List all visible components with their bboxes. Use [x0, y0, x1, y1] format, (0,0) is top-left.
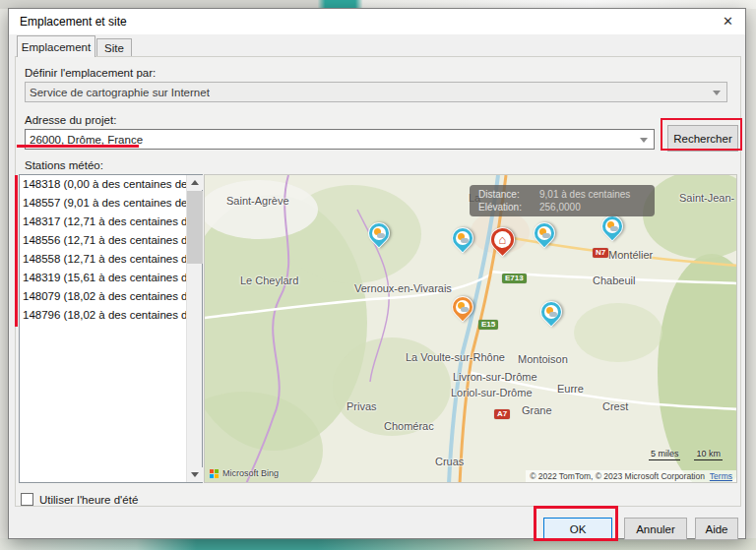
list-item[interactable]: 148079 (18,02 à des centaines de kil: [20, 287, 186, 306]
tab-site-label: Site: [104, 42, 124, 54]
location-method-select[interactable]: Service de cartographie sur Internet: [25, 82, 727, 102]
close-icon[interactable]: ✕: [723, 14, 733, 30]
scroll-down-icon[interactable]: [187, 467, 203, 482]
list-item[interactable]: 148318 (0,00 à des centaines de kilo: [20, 175, 186, 194]
dst-checkbox[interactable]: [21, 493, 33, 506]
list-item[interactable]: 148558 (12,71 à des centaines de kil: [20, 250, 186, 269]
titlebar: Emplacement et site ✕: [9, 9, 745, 34]
project-address-input[interactable]: 26000, Drôme, France: [25, 129, 655, 150]
scale-km: 10 km: [694, 449, 723, 460]
list-item[interactable]: 148319 (15,61 à des centaines de kil: [20, 269, 186, 287]
weather-stations-listbox[interactable]: 148318 (0,00 à des centaines de kilo1485…: [19, 174, 203, 483]
screen: Emplacement et site ✕ Emplacement Site D…: [0, 0, 756, 550]
dst-label: Utiliser l'heure d'été: [39, 494, 138, 506]
project-address-value: 26000, Drôme, France: [26, 134, 143, 146]
map-scale: 5 miles 10 km: [649, 449, 723, 460]
help-button[interactable]: Aide: [695, 518, 738, 540]
ok-button[interactable]: OK: [543, 518, 612, 540]
location-site-dialog: Emplacement et site ✕ Emplacement Site D…: [8, 8, 746, 539]
list-item[interactable]: 148317 (12,71 à des centaines de kil: [20, 213, 186, 231]
define-location-label: Définir l'emplacement par:: [25, 67, 156, 79]
tab-site[interactable]: Site: [96, 38, 132, 57]
chevron-down-icon: [640, 138, 648, 143]
dst-row: Utiliser l'heure d'été: [21, 493, 138, 506]
bing-logo: Microsoft Bing: [210, 468, 279, 478]
tab-emplacement[interactable]: Emplacement: [17, 35, 95, 57]
location-method-value: Service de cartographie sur Internet: [26, 87, 210, 98]
tooltip-elevation-label: Elévation:: [478, 201, 539, 214]
stations-list: 148318 (0,00 à des centaines de kilo1485…: [20, 175, 186, 482]
project-address-label: Adresse du projet:: [25, 114, 116, 126]
scroll-up-icon[interactable]: [187, 175, 203, 190]
scale-miles: 5 miles: [649, 449, 681, 460]
scrollbar-thumb[interactable]: [187, 191, 203, 264]
station-tooltip: Distance: 9,01 à des centaines Elévation…: [470, 185, 655, 216]
bing-logo-text: Microsoft Bing: [222, 468, 279, 478]
search-button[interactable]: Rechercher: [667, 125, 738, 152]
cancel-button[interactable]: Annuler: [624, 518, 687, 540]
map-attribution: © 2022 TomTom, © 2023 Microsoft Corporat…: [526, 470, 736, 482]
stations-scrollbar[interactable]: [186, 175, 202, 482]
terms-link[interactable]: Terms: [710, 471, 732, 481]
tooltip-distance-value: 9,01 à des centaines: [539, 188, 646, 201]
list-item[interactable]: 148796 (18,02 à des centaines de kil: [20, 306, 186, 325]
tooltip-elevation-value: 256,0000: [539, 201, 646, 214]
attribution-text: © 2022 TomTom, © 2023 Microsoft Corporat…: [530, 471, 705, 481]
weather-stations-label: Stations météo:: [25, 159, 103, 171]
dialog-title: Emplacement et site: [20, 15, 127, 29]
microsoft-logo-icon: [210, 469, 219, 478]
tooltip-distance-label: Distance:: [478, 188, 539, 201]
list-item[interactable]: 148556 (12,71 à des centaines de kil: [20, 231, 186, 250]
tab-emplacement-label: Emplacement: [22, 41, 91, 53]
map-view[interactable]: Saint-AgrèveLaSaint-Jean-Le CheylardVern…: [204, 174, 737, 483]
map-terrain: [205, 175, 737, 483]
list-item[interactable]: 148557 (9,01 à des centaines de kilo: [20, 194, 186, 213]
chevron-down-icon: [713, 91, 721, 95]
